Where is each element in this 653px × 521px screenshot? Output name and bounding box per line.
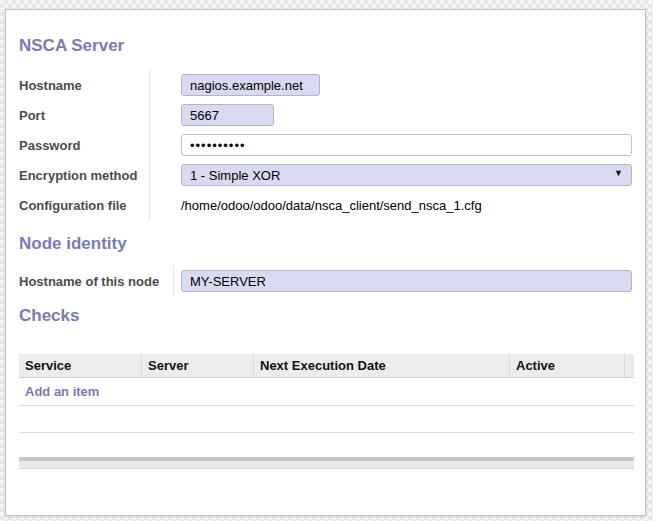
section-title-nsca-server: NSCA Server <box>19 36 632 56</box>
hostname-input[interactable] <box>181 74 320 96</box>
field-row-encryption-method: Encryption method 1 - Simple XOR ▼ <box>19 160 632 190</box>
section-title-node-identity: Node identity <box>19 234 632 254</box>
field-row-hostname: Hostname <box>19 70 632 100</box>
node-identity-fields: Hostname of this node <box>19 266 632 296</box>
field-row-configuration-file: Configuration file /home/odoo/odoo/data/… <box>19 190 632 220</box>
port-label: Port <box>19 100 150 130</box>
configuration-file-value: /home/odoo/odoo/data/nsca_client/send_ns… <box>181 198 482 213</box>
field-row-password: Password <box>19 130 632 160</box>
column-header-service: Service <box>19 354 141 377</box>
add-item-row: Add an item <box>19 378 634 406</box>
password-label: Password <box>19 130 150 160</box>
field-row-node-hostname: Hostname of this node <box>19 266 632 296</box>
form-panel: NSCA Server Hostname Port Password <box>5 9 646 516</box>
table-empty-row <box>19 433 634 457</box>
column-header-server: Server <box>141 354 253 377</box>
section-title-checks: Checks <box>19 306 632 326</box>
encryption-method-select-wrap: 1 - Simple XOR ▼ <box>181 164 632 186</box>
table-empty-row <box>19 406 634 433</box>
encryption-method-select[interactable]: 1 - Simple XOR <box>181 164 632 186</box>
field-row-port: Port <box>19 100 632 130</box>
checks-table: Service Server Next Execution Date Activ… <box>19 354 634 469</box>
node-hostname-label: Hostname of this node <box>19 266 174 296</box>
form-content: NSCA Server Hostname Port Password <box>6 36 645 469</box>
horizontal-scrollbar[interactable] <box>19 457 634 469</box>
hostname-label: Hostname <box>19 70 150 100</box>
node-hostname-input[interactable] <box>181 270 632 292</box>
encryption-method-label: Encryption method <box>19 160 150 190</box>
column-header-extra <box>624 354 634 377</box>
column-header-next-execution-date: Next Execution Date <box>253 354 509 377</box>
checks-table-header-row: Service Server Next Execution Date Activ… <box>19 354 634 378</box>
column-header-active: Active <box>509 354 624 377</box>
port-input[interactable] <box>181 104 274 126</box>
nsca-server-fields: Hostname Port Password Encryption method <box>19 70 632 220</box>
add-an-item-link[interactable]: Add an item <box>25 384 99 399</box>
password-input[interactable] <box>181 134 632 156</box>
configuration-file-label: Configuration file <box>19 190 150 220</box>
